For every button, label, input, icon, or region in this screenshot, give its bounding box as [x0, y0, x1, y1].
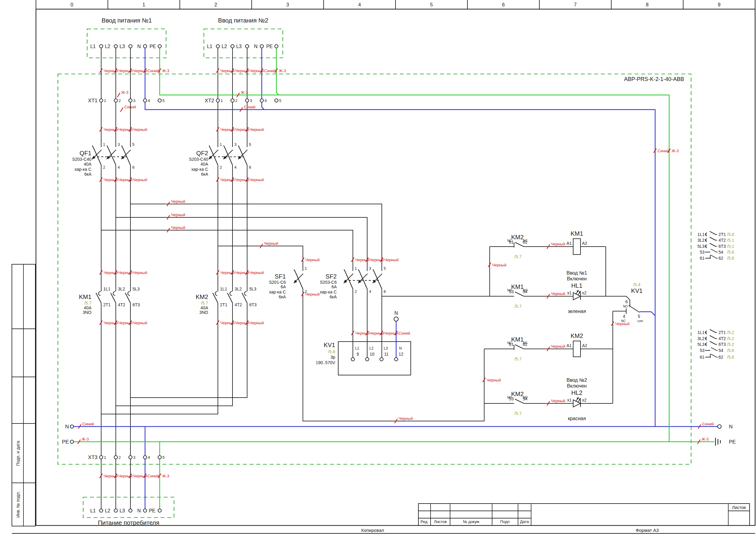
wire-color-label: Черный: [305, 258, 320, 262]
n-tap-label: N: [394, 311, 398, 316]
sheet-footer: Копировал: [361, 528, 384, 533]
wire-color-label: Синий: [702, 422, 714, 426]
wire-color-label: Синий: [82, 422, 94, 426]
terminal-circle: [114, 456, 118, 459]
wire-color-label: Черный: [355, 331, 370, 336]
breaker-hook: [209, 145, 210, 149]
label: 53: [509, 396, 514, 401]
breaker-hook: [358, 269, 360, 272]
label: 61: [509, 342, 514, 347]
wire-color-label: Черный: [551, 242, 565, 246]
label: 4T2: [118, 302, 125, 307]
xref-diag: [710, 237, 716, 240]
titleblock-header: Дата: [520, 520, 529, 524]
terminal-circle: [114, 509, 118, 512]
label: 4T2: [235, 302, 242, 307]
label: хар-ка С: [269, 290, 286, 294]
ruler-number: 4: [358, 2, 361, 7]
xref-left: 61: [700, 256, 705, 261]
xref-ref: /5.2: [727, 330, 734, 335]
contactor-arc: [98, 292, 100, 295]
terminal-circle: [260, 45, 263, 48]
label: x1: [567, 397, 572, 402]
wire-color-label: Синий: [148, 68, 159, 73]
ruler-number: 3: [286, 2, 289, 7]
xref-right: 54: [718, 348, 723, 353]
km2-out3: [130, 303, 247, 397]
terminal-circle: [717, 425, 721, 428]
label: хар-ка С: [191, 167, 208, 172]
kv1-name: KV1: [324, 342, 335, 348]
label: 3: [118, 142, 120, 147]
breaker-hook: [224, 145, 225, 149]
wire-color-label: Ж-3: [701, 437, 709, 442]
label: 40A: [84, 162, 92, 166]
label: 1L1: [220, 287, 227, 292]
terminal-circle: [275, 45, 278, 48]
terminal-circle: [216, 45, 220, 48]
kv1-com-to-n: [639, 312, 655, 316]
ruler-number: 5: [430, 2, 433, 7]
label: 54: [523, 396, 527, 401]
label: /5.7: [201, 300, 208, 305]
label: 4: [369, 289, 371, 294]
branch-l1-sf2: [101, 230, 353, 271]
xref-ref: /5.2: [727, 336, 734, 341]
label: 11: [384, 352, 389, 357]
km2-out2: [116, 303, 232, 406]
xref-ref: /5.6: [727, 256, 734, 261]
terminal-circle: [366, 358, 369, 361]
terminal-circle: [246, 99, 249, 102]
label: L2: [105, 508, 110, 513]
wire-color-label: Черный: [487, 378, 501, 382]
label: PE: [266, 44, 273, 49]
label: /5.7: [514, 304, 522, 309]
wire-color-label: Черный: [551, 344, 565, 348]
xref-ref: /5.0: [727, 232, 734, 237]
km2-name: KM2: [196, 293, 208, 300]
label: N: [137, 44, 141, 49]
label: 6: [132, 165, 134, 169]
wire-color-label: Черный: [398, 416, 413, 421]
label: S201-C6: [269, 280, 286, 285]
terminal-circle: [351, 358, 355, 361]
label: A1: [566, 343, 572, 348]
xref-diag: [711, 354, 716, 357]
label: 5: [384, 266, 386, 271]
wire-color-label: Синий: [264, 68, 276, 73]
label: 190..570V: [316, 360, 335, 365]
contactor-arc: [244, 292, 247, 295]
xref-left: 3L2: [697, 238, 705, 242]
terminal-circle: [246, 45, 249, 48]
wire-color-label: Ж-3: [162, 474, 170, 478]
kv1-contact-name: KV1: [631, 287, 643, 294]
label: 1: [104, 98, 106, 103]
breaker-hook: [294, 269, 296, 272]
ruler-number: 0: [71, 2, 73, 7]
label: 3L2: [235, 287, 242, 292]
hl2-name: HL2: [571, 389, 582, 396]
wire-color-label: Черный: [250, 270, 264, 275]
label: L3: [384, 346, 388, 350]
label: 40A: [84, 305, 92, 310]
label: S203-C6: [320, 280, 337, 285]
xt3-label: XT3: [88, 454, 97, 460]
label: 4: [234, 165, 236, 169]
label: L1: [90, 508, 96, 513]
label: 2: [103, 165, 105, 169]
wire-color-label: Черный: [171, 213, 185, 217]
contactor-arc: [215, 292, 217, 295]
label: 6A: [332, 284, 337, 289]
xref-right: 6T3: [718, 342, 726, 347]
wire-color-label: Синий: [244, 105, 256, 109]
terminal-circle: [144, 45, 147, 48]
label: PE: [149, 44, 156, 49]
wire-color-label: Черный: [250, 320, 264, 325]
terminal-circle: [231, 45, 234, 48]
xref-diag: [711, 249, 716, 252]
breaker-hook: [92, 145, 94, 149]
xref-ref: /5.6: [727, 355, 734, 360]
ruler-number: 1: [143, 2, 145, 7]
label: 4: [623, 314, 625, 319]
sf1-out: [303, 289, 484, 421]
